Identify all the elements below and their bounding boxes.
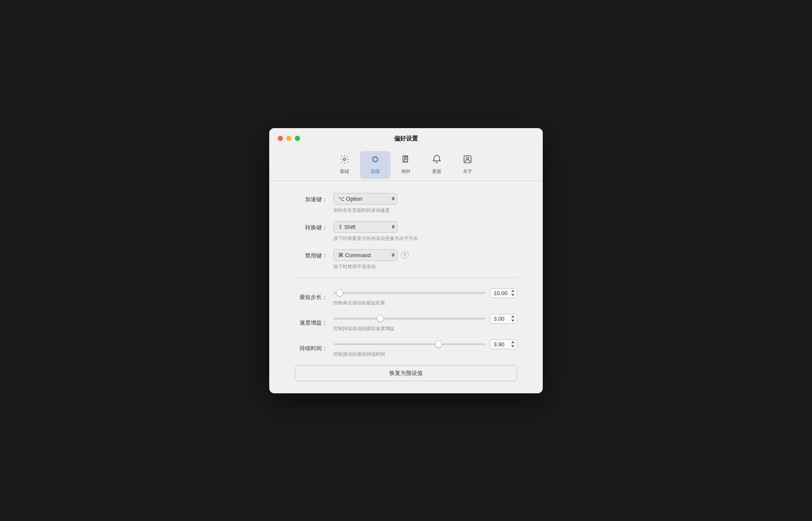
- disable-key-select-wrapper: ⌘ Command ⌥ Option ⇧ Shift ⌃ Control 无 ?: [333, 249, 409, 261]
- convert-key-label: 转换键：: [295, 221, 333, 231]
- duration-slider[interactable]: [333, 343, 485, 345]
- accelerator-key-select-container: ⌥ Option ⌘ Command ⇧ Shift ⌃ Control 无: [333, 193, 397, 205]
- content-area: 加速键： ⌥ Option ⌘ Command ⇧ Shift ⌃ Contro…: [269, 181, 543, 393]
- disable-key-select-container: ⌘ Command ⌥ Option ⇧ Shift ⌃ Control 无: [333, 249, 397, 261]
- exceptions-icon: [401, 155, 411, 167]
- preferences-window: 偏好设置 基础 高级: [269, 128, 543, 393]
- minimize-button[interactable]: [286, 136, 291, 141]
- maximize-button[interactable]: [295, 136, 300, 141]
- tab-basic[interactable]: 基础: [329, 151, 360, 179]
- min-step-desc: 控制单次滚动的最短距离: [333, 300, 517, 306]
- speed-gain-row: 速度增益：: [295, 314, 517, 332]
- min-step-slider[interactable]: [333, 292, 485, 294]
- tab-updates-label: 更新: [432, 168, 441, 175]
- gear-icon: [340, 155, 349, 167]
- convert-key-control: ⇧ Shift ⌥ Option ⌘ Command ⌃ Control 无 按…: [333, 221, 418, 242]
- convert-key-select-container: ⇧ Shift ⌥ Option ⌘ Command ⌃ Control 无: [333, 221, 397, 233]
- speed-gain-input-row: [333, 314, 517, 324]
- section-divider: [295, 278, 517, 278]
- window-title: 偏好设置: [394, 135, 418, 148]
- accelerator-key-desc: 加快在长页面时的滚动速度: [333, 207, 397, 214]
- svg-point-0: [343, 158, 346, 161]
- duration-control: 控制滚动的缓动持续时间: [333, 340, 517, 357]
- min-step-number-wrapper: [490, 288, 517, 298]
- tab-about[interactable]: 关于: [452, 151, 483, 179]
- tab-advanced[interactable]: 高级: [360, 151, 391, 179]
- speed-gain-stepper[interactable]: [509, 314, 516, 323]
- toolbar: 基础 高级: [269, 148, 543, 181]
- close-button[interactable]: [278, 136, 283, 141]
- duration-stepper[interactable]: [509, 340, 516, 348]
- traffic-lights: [278, 136, 300, 141]
- disable-key-row: 禁用键： ⌘ Command ⌥ Option ⇧ Shift ⌃ Contro…: [295, 249, 517, 270]
- min-step-down[interactable]: [509, 293, 516, 297]
- convert-key-select-wrapper: ⇧ Shift ⌥ Option ⌘ Command ⌃ Control 无: [333, 221, 418, 233]
- bell-icon: [432, 155, 441, 167]
- disable-key-desc: 按下时禁用平滑滚动: [333, 263, 409, 270]
- svg-rect-1: [373, 157, 377, 161]
- reset-button[interactable]: 恢复为预设值: [295, 365, 517, 381]
- speed-gain-number-wrapper: [490, 314, 517, 324]
- tab-about-label: 关于: [463, 168, 472, 175]
- disable-key-control: ⌘ Command ⌥ Option ⇧ Shift ⌃ Control 无 ?: [333, 249, 409, 270]
- min-step-label: 最短步长：: [295, 293, 333, 301]
- accelerator-key-row: 加速键： ⌥ Option ⌘ Command ⇧ Shift ⌃ Contro…: [295, 193, 517, 214]
- accelerator-key-control: ⌥ Option ⌘ Command ⇧ Shift ⌃ Control 无 加…: [333, 193, 397, 214]
- tab-exceptions-label: 例外: [401, 168, 411, 175]
- person-icon: [463, 155, 472, 167]
- duration-input-row: [333, 340, 517, 349]
- speed-gain-label: 速度增益：: [295, 319, 333, 327]
- duration-up[interactable]: [509, 340, 516, 344]
- speed-gain-slider[interactable]: [333, 318, 485, 319]
- duration-desc: 控制滚动的缓动持续时间: [333, 351, 517, 357]
- min-step-row: 最短步长：: [295, 288, 517, 306]
- convert-key-select[interactable]: ⇧ Shift ⌥ Option ⌘ Command ⌃ Control 无: [333, 221, 397, 233]
- accelerator-key-select[interactable]: ⌥ Option ⌘ Command ⇧ Shift ⌃ Control 无: [333, 193, 397, 205]
- tab-advanced-label: 高级: [371, 168, 380, 175]
- duration-label: 持续时间：: [295, 345, 333, 352]
- tab-basic-label: 基础: [340, 168, 349, 175]
- disable-key-select[interactable]: ⌘ Command ⌥ Option ⇧ Shift ⌃ Control 无: [333, 249, 397, 261]
- svg-point-19: [466, 157, 469, 160]
- convert-key-desc: 按下时将垂直方向的滚动变换为水平方向: [333, 235, 418, 242]
- duration-down[interactable]: [509, 344, 516, 348]
- min-step-control: 控制单次滚动的最短距离: [333, 288, 517, 306]
- tab-updates[interactable]: 更新: [421, 151, 452, 179]
- accelerator-key-select-wrapper: ⌥ Option ⌘ Command ⇧ Shift ⌃ Control 无: [333, 193, 397, 205]
- speed-gain-up[interactable]: [509, 314, 516, 319]
- help-button[interactable]: ?: [401, 251, 409, 259]
- accelerator-key-label: 加速键：: [295, 193, 333, 203]
- speed-gain-desc: 控制持续滚动的跟踪速度增益: [333, 325, 517, 332]
- duration-row: 持续时间：: [295, 340, 517, 357]
- min-step-up[interactable]: [509, 289, 516, 293]
- speed-gain-down[interactable]: [509, 319, 516, 323]
- min-step-input-row: [333, 288, 517, 298]
- speed-gain-control: 控制持续滚动的跟踪速度增益: [333, 314, 517, 332]
- disable-key-label: 禁用键：: [295, 249, 333, 260]
- chip-icon: [371, 155, 380, 167]
- titlebar: 偏好设置: [269, 128, 543, 148]
- convert-key-row: 转换键： ⇧ Shift ⌥ Option ⌘ Command ⌃ Contro…: [295, 221, 517, 242]
- tab-exceptions[interactable]: 例外: [391, 151, 421, 179]
- duration-number-wrapper: [490, 340, 517, 349]
- min-step-stepper[interactable]: [509, 289, 516, 297]
